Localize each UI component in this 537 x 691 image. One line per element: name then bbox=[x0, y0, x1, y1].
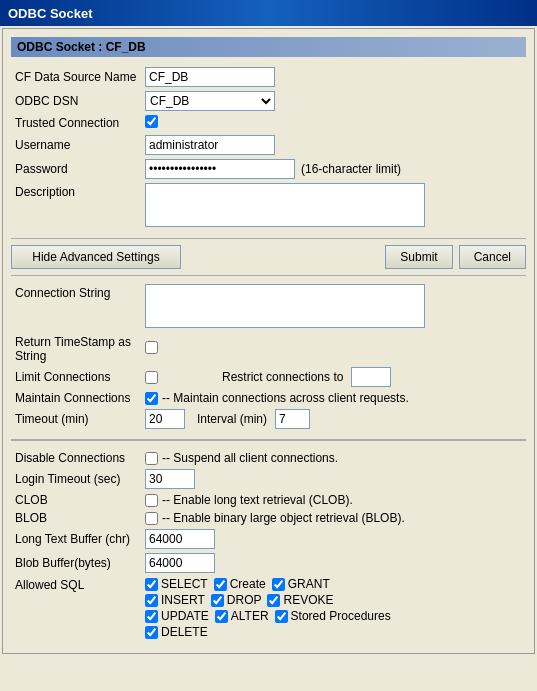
sql-revoke-label: REVOKE bbox=[283, 593, 333, 607]
divider-2 bbox=[11, 275, 526, 276]
password-limit-note: (16-character limit) bbox=[301, 162, 401, 176]
login-timeout-label: Login Timeout (sec) bbox=[11, 467, 141, 491]
sql-update-row: UPDATE bbox=[145, 609, 209, 623]
sql-delete-checkbox[interactable] bbox=[145, 626, 158, 639]
username-label: Username bbox=[11, 133, 141, 157]
sql-drop-checkbox[interactable] bbox=[211, 594, 224, 607]
description-label: Description bbox=[11, 181, 141, 232]
blob-buffer-label: Blob Buffer(bytes) bbox=[11, 551, 141, 575]
blob-checkbox[interactable] bbox=[145, 512, 158, 525]
long-text-buffer-label: Long Text Buffer (chr) bbox=[11, 527, 141, 551]
blob-buffer-input[interactable] bbox=[145, 553, 215, 573]
maintain-connections-label: Maintain Connections bbox=[11, 389, 141, 407]
cf-data-source-name-label: CF Data Source Name bbox=[11, 65, 141, 89]
trusted-connection-checkbox[interactable] bbox=[145, 115, 158, 128]
sql-delete-label: DELETE bbox=[161, 625, 208, 639]
limit-connections-checkbox[interactable] bbox=[145, 371, 158, 384]
advanced-form: Connection String Return TimeStamp as St… bbox=[11, 282, 526, 431]
sql-insert-checkbox[interactable] bbox=[145, 594, 158, 607]
cf-data-source-name-input[interactable] bbox=[145, 67, 275, 87]
section-divider bbox=[11, 439, 526, 441]
timeout-label: Timeout (min) bbox=[11, 407, 141, 431]
sql-drop-row: DROP bbox=[211, 593, 262, 607]
interval-input[interactable] bbox=[275, 409, 310, 429]
main-form: CF Data Source Name ODBC DSN CF_DB Trust… bbox=[11, 65, 526, 232]
sql-delete-row: DELETE bbox=[145, 625, 208, 639]
sql-drop-label: DROP bbox=[227, 593, 262, 607]
sql-stored-procedures-label: Stored Procedures bbox=[291, 609, 391, 623]
cancel-button[interactable]: Cancel bbox=[459, 245, 526, 269]
maintain-connections-checkbox[interactable] bbox=[145, 392, 158, 405]
username-input[interactable] bbox=[145, 135, 275, 155]
password-input[interactable] bbox=[145, 159, 295, 179]
disable-connections-checkbox[interactable] bbox=[145, 452, 158, 465]
sql-insert-row: INSERT bbox=[145, 593, 205, 607]
maintain-connections-note: -- Maintain connections across client re… bbox=[162, 391, 409, 405]
return-timestamp-checkbox[interactable] bbox=[145, 341, 158, 354]
interval-label: Interval (min) bbox=[197, 412, 267, 426]
odbc-dsn-label: ODBC DSN bbox=[11, 89, 141, 113]
description-textarea[interactable] bbox=[145, 183, 425, 227]
return-timestamp-label: Return TimeStamp as String bbox=[11, 333, 141, 365]
sql-alter-label: ALTER bbox=[231, 609, 269, 623]
window-title: ODBC Socket bbox=[8, 6, 93, 21]
sql-update-checkbox[interactable] bbox=[145, 610, 158, 623]
restrict-connections-label: Restrict connections to bbox=[222, 370, 343, 384]
blob-note: -- Enable binary large object retrieval … bbox=[162, 511, 405, 525]
sql-revoke-checkbox[interactable] bbox=[267, 594, 280, 607]
sql-create-label: Create bbox=[230, 577, 266, 591]
sql-update-label: UPDATE bbox=[161, 609, 209, 623]
restrict-connections-input[interactable] bbox=[351, 367, 391, 387]
blob-label: BLOB bbox=[11, 509, 141, 527]
limit-connections-label: Limit Connections bbox=[11, 365, 141, 389]
sql-revoke-row: REVOKE bbox=[267, 593, 333, 607]
button-row: Hide Advanced Settings Submit Cancel bbox=[11, 245, 526, 269]
disable-connections-label: Disable Connections bbox=[11, 449, 141, 467]
allowed-sql-label: Allowed SQL bbox=[11, 575, 141, 641]
sql-select-checkbox[interactable] bbox=[145, 578, 158, 591]
sql-grant-label: GRANT bbox=[288, 577, 330, 591]
sql-select-row: SELECT bbox=[145, 577, 208, 591]
sql-grant-checkbox[interactable] bbox=[272, 578, 285, 591]
divider-1 bbox=[11, 238, 526, 239]
sql-alter-row: ALTER bbox=[215, 609, 269, 623]
submit-button[interactable]: Submit bbox=[385, 245, 452, 269]
timeout-input[interactable] bbox=[145, 409, 185, 429]
odbc-dsn-select[interactable]: CF_DB bbox=[145, 91, 275, 111]
sql-grant-row: GRANT bbox=[272, 577, 330, 591]
section-header: ODBC Socket : CF_DB bbox=[11, 37, 526, 57]
sql-create-row: Create bbox=[214, 577, 266, 591]
password-label: Password bbox=[11, 157, 141, 181]
title-bar: ODBC Socket bbox=[0, 0, 537, 26]
long-text-buffer-input[interactable] bbox=[145, 529, 215, 549]
disable-connections-note: -- Suspend all client connections. bbox=[162, 451, 338, 465]
sql-stored-procedures-row: Stored Procedures bbox=[275, 609, 391, 623]
section2-form: Disable Connections -- Suspend all clien… bbox=[11, 449, 526, 641]
window-body: ODBC Socket : CF_DB CF Data Source Name … bbox=[2, 28, 535, 654]
sql-select-label: SELECT bbox=[161, 577, 208, 591]
connection-string-label: Connection String bbox=[11, 282, 141, 333]
clob-checkbox[interactable] bbox=[145, 494, 158, 507]
hide-advanced-button[interactable]: Hide Advanced Settings bbox=[11, 245, 181, 269]
sql-create-checkbox[interactable] bbox=[214, 578, 227, 591]
sql-alter-checkbox[interactable] bbox=[215, 610, 228, 623]
clob-note: -- Enable long text retrieval (CLOB). bbox=[162, 493, 353, 507]
connection-string-textarea[interactable] bbox=[145, 284, 425, 328]
login-timeout-input[interactable] bbox=[145, 469, 195, 489]
trusted-connection-label: Trusted Connection bbox=[11, 113, 141, 133]
clob-label: CLOB bbox=[11, 491, 141, 509]
sql-insert-label: INSERT bbox=[161, 593, 205, 607]
sql-stored-procedures-checkbox[interactable] bbox=[275, 610, 288, 623]
